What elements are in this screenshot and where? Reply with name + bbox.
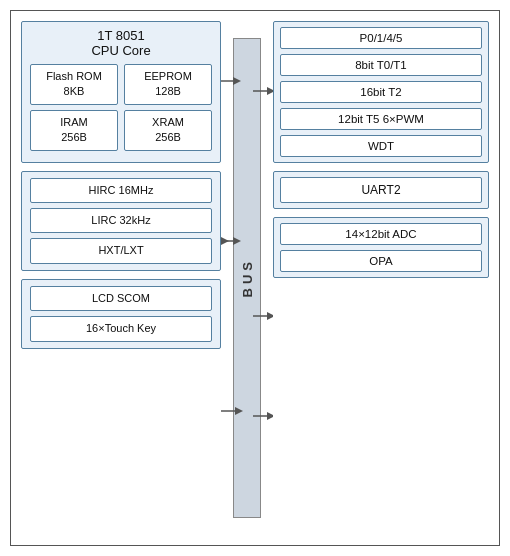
- io-t2: 16bit T2: [280, 81, 482, 103]
- cpu-title: 1T 8051 CPU Core: [30, 28, 212, 58]
- svg-marker-12: [267, 412, 273, 420]
- svg-marker-8: [267, 312, 273, 320]
- uart2-label: UART2: [280, 177, 482, 203]
- bus-column: BUS: [221, 21, 273, 535]
- adc-opa-box: 14×12bit ADC OPA: [273, 217, 489, 278]
- lcd-touch-box: LCD SCOM 16×Touch Key: [21, 279, 221, 349]
- cpu-core-box: 1T 8051 CPU Core Flash ROM 8KB EEPROM 12…: [21, 21, 221, 163]
- right-column: P0/1/4/5 8bit T0/T1 16bit T2 12bit T5 6×…: [273, 21, 489, 535]
- uart-box: UART2: [273, 171, 489, 209]
- svg-marker-5: [221, 237, 229, 245]
- main-diagram: 1T 8051 CPU Core Flash ROM 8KB EEPROM 12…: [10, 10, 500, 546]
- clock-box: HIRC 16MHz LIRC 32kHz HXT/LXT: [21, 171, 221, 271]
- eeprom-box: EEPROM 128B: [124, 64, 212, 105]
- io-p0145: P0/1/4/5: [280, 27, 482, 49]
- svg-marker-3: [267, 87, 273, 95]
- io-t0t1: 8bit T0/T1: [280, 54, 482, 76]
- touch-key-box: 16×Touch Key: [30, 316, 212, 341]
- lcd-scom-box: LCD SCOM: [30, 286, 212, 311]
- opa-item: OPA: [280, 250, 482, 272]
- io-group-box: P0/1/4/5 8bit T0/T1 16bit T2 12bit T5 6×…: [273, 21, 489, 163]
- hirc-box: HIRC 16MHz: [30, 178, 212, 203]
- io-wdt: WDT: [280, 135, 482, 157]
- hxt-box: HXT/LXT: [30, 238, 212, 263]
- cpu-row1: Flash ROM 8KB EEPROM 128B: [30, 64, 212, 105]
- xram-box: XRAM 256B: [124, 110, 212, 151]
- left-column: 1T 8051 CPU Core Flash ROM 8KB EEPROM 12…: [21, 21, 221, 535]
- lirc-box: LIRC 32kHz: [30, 208, 212, 233]
- flash-rom-box: Flash ROM 8KB: [30, 64, 118, 105]
- io-t5-pwm: 12bit T5 6×PWM: [280, 108, 482, 130]
- bus-bar: BUS: [233, 38, 261, 518]
- adc-item: 14×12bit ADC: [280, 223, 482, 245]
- iram-box: IRAM 256B: [30, 110, 118, 151]
- cpu-row2: IRAM 256B XRAM 256B: [30, 110, 212, 151]
- bus-label: BUS: [240, 258, 255, 297]
